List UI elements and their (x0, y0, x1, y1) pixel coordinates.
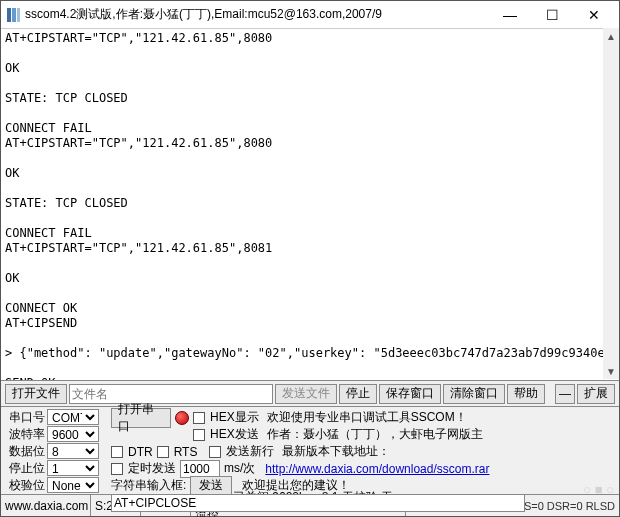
close-button[interactable]: ✕ (573, 2, 615, 28)
help-button[interactable]: 帮助 (507, 384, 545, 404)
port-status-icon (175, 411, 189, 425)
app-window: sscom4.2测试版,作者:聂小猛(丁丁),Email:mcu52@163.c… (0, 0, 620, 517)
filename-input[interactable] (69, 384, 273, 404)
svg-rect-1 (12, 8, 16, 22)
send-newline-checkbox[interactable] (209, 446, 221, 458)
send-file-button[interactable]: 发送文件 (275, 384, 337, 404)
author-text: 作者：聂小猛（丁丁），大虾电子网版主 (267, 426, 483, 443)
titlebar: sscom4.2测试版,作者:聂小猛(丁丁),Email:mcu52@163.c… (1, 1, 619, 29)
suggest-text: 欢迎提出您的建议！ (242, 477, 350, 494)
databits-label: 数据位 (5, 443, 45, 460)
maximize-button[interactable]: ☐ (531, 2, 573, 28)
port-label: 串口号 (5, 409, 45, 426)
send-button[interactable]: 发送 (190, 476, 232, 496)
timed-send-label: 定时发送 (128, 460, 176, 477)
baud-label: 波特率 (5, 426, 45, 443)
download-link[interactable]: http://www.daxia.com/download/sscom.rar (265, 462, 489, 476)
baud-select[interactable]: 9600 (47, 426, 99, 442)
terminal-output[interactable]: AT+CIPSTART="TCP","121.42.61.85",8080 OK… (1, 29, 619, 380)
rts-label: RTS (174, 445, 198, 459)
minimize-button[interactable]: — (489, 2, 531, 28)
file-toolbar: 打开文件 发送文件 停止 保存窗口 清除窗口 帮助 — 扩展 (1, 380, 619, 406)
open-port-button[interactable]: 打开串口 (111, 408, 171, 428)
databits-select[interactable]: 8 (47, 443, 99, 459)
download-label: 最新版本下载地址： (282, 443, 390, 460)
status-site[interactable]: www.daxia.com (1, 495, 91, 516)
hex-show-checkbox[interactable] (193, 412, 205, 424)
port-select[interactable]: COM7 (47, 409, 99, 425)
input-prefix-label: 字符串输入框: (111, 477, 186, 494)
settings-panel: 串口号 COM7 波特率 9600 数据位 8 停止位 1 校验位 None 流… (1, 406, 619, 494)
interval-unit: ms/次 (224, 460, 255, 477)
parity-label: 校验位 (5, 477, 45, 494)
action-panel: 打开串口 HEX显示 欢迎使用专业串口调试工具SSCOM！ HEX发送 作者：聂… (111, 409, 615, 511)
dtr-label: DTR (128, 445, 153, 459)
hex-send-checkbox[interactable] (193, 429, 205, 441)
svg-rect-2 (17, 8, 20, 22)
hex-show-label: HEX显示 (210, 409, 259, 426)
stop-button[interactable]: 停止 (339, 384, 377, 404)
dash-button[interactable]: — (555, 384, 575, 404)
expand-button[interactable]: 扩展 (577, 384, 615, 404)
stopbits-label: 停止位 (5, 460, 45, 477)
save-window-button[interactable]: 保存窗口 (379, 384, 441, 404)
app-icon (5, 7, 21, 23)
welcome-text: 欢迎使用专业串口调试工具SSCOM！ (267, 409, 467, 426)
send-newline-label: 发送新行 (226, 443, 274, 460)
open-file-button[interactable]: 打开文件 (5, 384, 67, 404)
window-controls: — ☐ ✕ (489, 2, 615, 28)
timed-send-checkbox[interactable] (111, 463, 123, 475)
hex-send-label: HEX发送 (210, 426, 259, 443)
stopbits-select[interactable]: 1 (47, 460, 99, 476)
scroll-down-icon[interactable]: ▼ (603, 363, 619, 379)
scroll-up-icon[interactable]: ▲ (603, 28, 619, 44)
scrollbar[interactable]: ▲ ▼ (603, 28, 619, 379)
parity-select[interactable]: None (47, 477, 99, 493)
send-text-input[interactable] (111, 494, 525, 512)
scroll-track[interactable] (603, 44, 619, 363)
clear-window-button[interactable]: 清除窗口 (443, 384, 505, 404)
window-title: sscom4.2测试版,作者:聂小猛(丁丁),Email:mcu52@163.c… (25, 6, 489, 23)
svg-rect-0 (7, 8, 11, 22)
rts-checkbox[interactable] (157, 446, 169, 458)
dtr-checkbox[interactable] (111, 446, 123, 458)
